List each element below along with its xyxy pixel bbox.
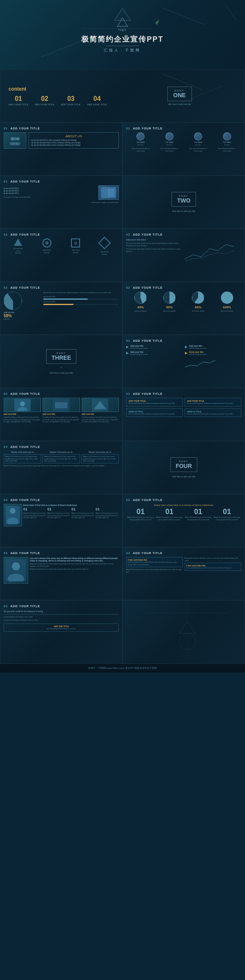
slide-part-four: PART FOUR click here to add your title <box>122 441 245 494</box>
square-shape: ⊡ <box>71 238 80 247</box>
pie-100 <box>221 292 233 304</box>
circle-shape <box>42 238 51 247</box>
slide-icons: 02 ADD YOUR TITLE you can addsomedescrib… <box>0 229 122 282</box>
card-1: ADD YOUR TITLE Do you understand the fee… <box>126 398 183 407</box>
slide-quotes: 03 ADD YOUR TITLE Maybe God wants you to… <box>0 441 122 494</box>
cover-subtitle: 汇报人：千图网 <box>81 48 163 53</box>
card-3: HERE IS TITLE Do you understand the feel… <box>126 408 183 417</box>
svg-point-23 <box>20 401 25 406</box>
about-box: ABOUT US we are the NO.1 in this company… <box>29 132 119 149</box>
triangle-shape <box>14 238 22 246</box>
photo-2 <box>42 398 80 412</box>
svg-point-14 <box>16 137 20 140</box>
part-one-box: PART ONE <box>167 87 192 101</box>
slide-arrow-list: 03 ADD YOUR TITLE ▶ Add your title add t… <box>122 335 245 388</box>
slide-empty-deco <box>122 600 245 664</box>
slide-title-cards: 03 ADD YOUR TITLE ADD YOUR TITLE Do you … <box>122 388 245 441</box>
donut-chart <box>4 292 22 310</box>
nav-item-4: 04 Add your title <box>87 95 107 106</box>
svg-line-0 <box>163 8 204 24</box>
slide-team: 01 ADD YOUR TITLE THE NAME the wave this… <box>122 122 245 176</box>
logo-area: logo <box>81 17 163 31</box>
svg-point-17 <box>16 142 20 145</box>
slide-part-two: PART TWO click here to add your title <box>122 176 245 229</box>
svg-rect-19 <box>102 189 108 197</box>
logo-text: logo <box>118 28 127 31</box>
svg-rect-20 <box>109 189 115 197</box>
small-line-chart <box>185 357 218 369</box>
slide-four-pies: 02 ADD YOUR TITLE 45% add some details 5… <box>122 282 245 335</box>
cover-slide: logo 极简简约企业宣传PPT 汇报人：千图网 <box>0 0 245 69</box>
nav-item-1: 01 Add your title <box>9 95 28 106</box>
pie-45 <box>134 292 147 304</box>
slide-line-chart: 02 ADD YOUR TITLE Add your title here He… <box>122 229 245 282</box>
line-chart <box>185 238 241 263</box>
diamond-shape2 <box>98 236 111 249</box>
svg-point-33 <box>12 562 20 570</box>
slide-big-photo: 04 ADD YOUR TITLE you can't remove the s… <box>0 547 122 600</box>
decorative-svg <box>126 605 245 658</box>
footer: 来源于：千图网 (www.58pic.com) 更多PPT模板资源尽在千图网 <box>0 664 245 673</box>
logo-triangle <box>116 17 129 27</box>
team-photo <box>4 132 26 149</box>
content-title: content <box>9 86 122 92</box>
svg-rect-26 <box>55 402 67 408</box>
pie-60 <box>192 292 204 304</box>
book-image <box>98 185 119 200</box>
nav-item-2: 02 Add your title <box>35 95 54 106</box>
person-2: THE NAME the wave this is the best heade… <box>159 132 180 152</box>
svg-point-30 <box>10 508 16 514</box>
cover-title: 极简简约企业宣传PPT <box>81 34 163 44</box>
svg-point-13 <box>13 137 17 140</box>
pie-50 <box>163 292 176 304</box>
card-2: ADD YOUR TITLE Do you understand the fee… <box>185 398 241 407</box>
slide-about-us: 01 ADD YOUR TITLE ABOUT US we are the NO… <box>0 122 122 176</box>
nav-item-3: 03 Add your title <box>61 95 80 106</box>
photo-1 <box>4 398 41 412</box>
svg-line-2 <box>225 4 237 20</box>
slide-photo-quotes: 04 ADD YOUR TITLE Every hour of lost tim… <box>0 494 122 547</box>
slide-column-text: 04 ADD YOUR TITLE it lies and looks like… <box>122 547 245 600</box>
svg-line-1 <box>41 41 82 57</box>
photo-3 <box>82 398 119 412</box>
person-3: THE NAME the wave this is the best heade… <box>188 132 208 152</box>
slide-bullets: 01 ADD YOUR TITLE we are the NO.1 we are… <box>0 176 122 229</box>
big-photo <box>4 557 28 584</box>
slide-pie-charts: 02 ADD YOUR TITLE Add the title 59% add … <box>0 282 122 335</box>
slide-photos-text: 03 ADD YOUR TITLE add cool title Countle… <box>0 388 122 441</box>
slide-part-three: PART THREE ▼ click here to add your titl… <box>0 335 122 388</box>
portrait-1 <box>4 504 22 526</box>
content-nav-slide: content 01 Add your title 02 Add your ti… <box>0 69 245 122</box>
slide-every-hour: 04 ADD YOUR TITLE Every hour of lost tim… <box>122 494 245 547</box>
card-4: HERE IS TITLE Do you understand the feel… <box>185 408 241 417</box>
slide-closing: 04 ADD YOUR TITLE Do you ever recall for… <box>0 600 122 664</box>
person-1: THE NAME the wave this is the best heade… <box>130 132 151 152</box>
person-4: THE NAME the wave this is the best heade… <box>217 132 237 152</box>
svg-point-12 <box>11 137 14 140</box>
